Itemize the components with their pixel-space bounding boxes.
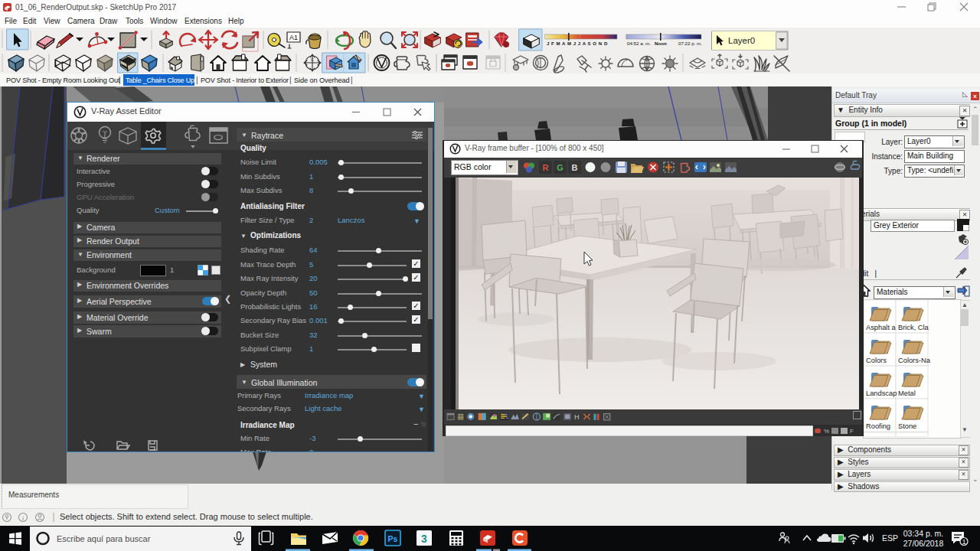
- svg-text:Brick, Cla: Brick, Cla: [898, 324, 929, 331]
- svg-text:A1: A1: [289, 34, 298, 41]
- svg-text:Escribe aquí para buscar: Escribe aquí para buscar: [57, 534, 151, 543]
- svg-text:Noon: Noon: [655, 41, 667, 46]
- svg-text:G: G: [557, 163, 564, 172]
- svg-text:1: 1: [962, 538, 966, 546]
- svg-text:R: R: [543, 163, 549, 172]
- svg-text:Roofing: Roofing: [866, 422, 890, 430]
- svg-text:Metal: Metal: [898, 390, 916, 397]
- svg-text:%: %: [824, 428, 829, 435]
- svg-text:04:52 a. m.: 04:52 a. m.: [627, 41, 651, 46]
- svg-text:Stone: Stone: [898, 422, 916, 430]
- svg-text:B: B: [572, 163, 578, 172]
- svg-text:Layer0: Layer0: [728, 36, 755, 45]
- svg-text:Colors-Na: Colors-Na: [898, 357, 931, 364]
- svg-text:C: C: [311, 57, 314, 62]
- svg-text:Asphalt a: Asphalt a: [866, 324, 897, 331]
- svg-text:Landscap: Landscap: [866, 390, 897, 397]
- svg-text:H: H: [574, 413, 580, 421]
- svg-text:27/06/2018: 27/06/2018: [903, 539, 944, 548]
- svg-text:ESP: ESP: [882, 533, 898, 543]
- svg-text:Colors: Colors: [866, 357, 887, 364]
- svg-text:J F M A M J J A S O N D: J F M A M J J A S O N D: [547, 41, 608, 46]
- svg-text:3: 3: [421, 533, 427, 545]
- svg-text:03:34 p. m.: 03:34 p. m.: [903, 529, 944, 538]
- svg-text:i: i: [22, 514, 24, 522]
- svg-text:07:22 p. m.: 07:22 p. m.: [678, 41, 702, 46]
- svg-text:Ps: Ps: [388, 534, 398, 543]
- svg-text:F: F: [850, 428, 854, 435]
